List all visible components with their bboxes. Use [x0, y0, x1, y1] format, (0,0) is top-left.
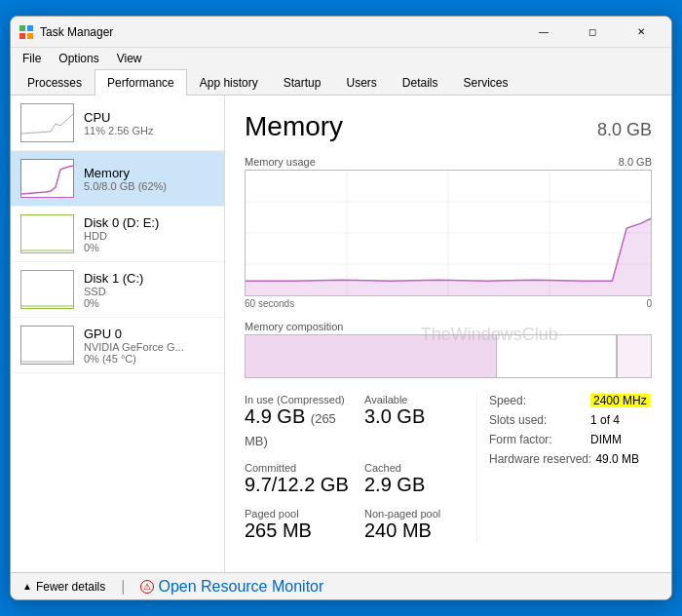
- main-content: CPU 11% 2.56 GHz Memory 5.0/8.0 GB (62%): [11, 96, 671, 572]
- svg-rect-1: [27, 25, 33, 31]
- nonpaged-label: Non-paged pool: [364, 508, 476, 520]
- gpu-name: GPU 0: [84, 327, 214, 341]
- menu-options[interactable]: Options: [51, 50, 106, 67]
- form-label: Form factor:: [489, 433, 587, 446]
- window-controls: — ◻ ✕: [521, 17, 663, 48]
- tab-app-history[interactable]: App history: [187, 69, 271, 96]
- time-end: 0: [646, 298, 652, 309]
- chart-label-row: Memory usage 8.0 GB: [245, 156, 652, 168]
- disk0-thumbnail: [20, 214, 74, 253]
- footer-separator: |: [121, 578, 125, 596]
- tab-services[interactable]: Services: [451, 69, 521, 96]
- speed-row: Speed: 2400 MHz: [489, 394, 652, 407]
- chevron-up-icon: ▲: [22, 581, 32, 592]
- stat-in-use: In use (Compressed) 4.9 GB (265 MB): [245, 394, 357, 450]
- left-stats: In use (Compressed) 4.9 GB (265 MB) Avai…: [245, 394, 476, 542]
- disk0-usage: 0%: [84, 242, 214, 253]
- fewer-details-label: Fewer details: [36, 580, 105, 594]
- nonpaged-value: 240 MB: [364, 520, 476, 542]
- stat-committed: Committed 9.7/12.2 GB: [245, 462, 357, 496]
- tab-users[interactable]: Users: [333, 69, 389, 96]
- comp-hw-reserved: [617, 335, 651, 377]
- composition-label: Memory composition: [245, 321, 652, 332]
- detail-header: Memory 8.0 GB: [245, 111, 652, 142]
- detail-size: 8.0 GB: [597, 120, 652, 140]
- sidebar-item-gpu[interactable]: GPU 0 NVIDIA GeForce G... 0% (45 °C): [11, 318, 224, 373]
- footer: ▲ Fewer details | ⚠ Open Resource Monito…: [11, 572, 671, 599]
- in-use-label: In use (Compressed): [245, 394, 357, 405]
- title-bar: Task Manager — ◻ ✕: [11, 17, 671, 48]
- detail-title: Memory: [245, 111, 343, 142]
- open-resource-monitor-link[interactable]: ⚠ Open Resource Monitor: [140, 578, 323, 596]
- fewer-details-item[interactable]: ▲ Fewer details: [22, 580, 105, 594]
- minimize-button[interactable]: —: [521, 17, 566, 48]
- menu-view[interactable]: View: [109, 50, 150, 67]
- tab-startup[interactable]: Startup: [271, 69, 334, 96]
- sidebar-item-cpu[interactable]: CPU 11% 2.56 GHz: [11, 96, 224, 151]
- composition-section: Memory composition: [245, 321, 652, 378]
- gpu-thumbnail: [20, 326, 74, 365]
- comp-available: [497, 335, 617, 377]
- gpu-model: NVIDIA GeForce G...: [84, 341, 214, 353]
- open-monitor-label: Open Resource Monitor: [158, 578, 323, 596]
- memory-name: Memory: [84, 166, 214, 180]
- available-value: 3.0 GB: [364, 405, 476, 428]
- chart-label: Memory usage: [245, 156, 316, 168]
- comp-in-use: [246, 335, 497, 377]
- time-start: 60 seconds: [245, 298, 294, 309]
- stat-available: Available 3.0 GB: [364, 394, 476, 450]
- window-title: Task Manager: [40, 25, 521, 39]
- detail-panel: TheWindowsClub Memory 8.0 GB Memory usag…: [225, 96, 671, 572]
- disk0-name: Disk 0 (D: E:): [84, 215, 214, 230]
- gpu-usage: 0% (45 °C): [84, 353, 214, 365]
- chart-container: [245, 170, 652, 296]
- memory-info: Memory 5.0/8.0 GB (62%): [84, 166, 214, 192]
- form-row: Form factor: DIMM: [489, 433, 652, 446]
- slots-label: Slots used:: [489, 413, 587, 427]
- disk1-info: Disk 1 (C:) SSD 0%: [84, 271, 214, 309]
- tab-performance[interactable]: Performance: [95, 69, 187, 96]
- right-stats: Speed: 2400 MHz Slots used: 1 of 4 Form …: [476, 394, 652, 542]
- stats-area: In use (Compressed) 4.9 GB (265 MB) Avai…: [245, 394, 652, 542]
- composition-bar: [245, 334, 652, 378]
- tab-bar: Processes Performance App history Startu…: [11, 69, 671, 96]
- stat-nonpaged: Non-paged pool 240 MB: [364, 508, 476, 542]
- chart-max: 8.0 GB: [619, 156, 652, 168]
- close-button[interactable]: ✕: [619, 17, 663, 48]
- speed-value: 2400 MHz: [590, 394, 650, 407]
- gpu-info: GPU 0 NVIDIA GeForce G... 0% (45 °C): [84, 327, 214, 365]
- hw-value: 49.0 MB: [595, 452, 639, 466]
- sidebar-item-disk0[interactable]: Disk 0 (D: E:) HDD 0%: [11, 207, 224, 262]
- disk0-type: HDD: [84, 230, 214, 242]
- resource-monitor-icon: ⚠: [140, 580, 154, 594]
- memory-detail: 5.0/8.0 GB (62%): [84, 180, 214, 192]
- hw-row: Hardware reserved: 49.0 MB: [489, 452, 652, 466]
- app-icon: [19, 24, 34, 40]
- sidebar: CPU 11% 2.56 GHz Memory 5.0/8.0 GB (62%): [11, 96, 225, 572]
- disk1-type: SSD: [84, 286, 214, 297]
- hw-label: Hardware reserved:: [489, 452, 591, 466]
- sidebar-item-disk1[interactable]: Disk 1 (C:) SSD 0%: [11, 262, 224, 318]
- committed-value: 9.7/12.2 GB: [245, 474, 357, 496]
- cpu-detail: 11% 2.56 GHz: [84, 125, 214, 136]
- tab-details[interactable]: Details: [390, 69, 451, 96]
- menu-file[interactable]: File: [15, 50, 49, 67]
- slots-row: Slots used: 1 of 4: [489, 413, 652, 427]
- tab-processes[interactable]: Processes: [15, 69, 95, 96]
- memory-thumbnail: [20, 159, 74, 198]
- chart-time-labels: 60 seconds 0: [245, 298, 652, 309]
- sidebar-item-memory[interactable]: Memory 5.0/8.0 GB (62%): [11, 151, 224, 207]
- stat-cached: Cached 2.9 GB: [364, 462, 476, 496]
- available-label: Available: [364, 394, 476, 405]
- cached-value: 2.9 GB: [364, 474, 476, 496]
- cpu-info: CPU 11% 2.56 GHz: [84, 110, 214, 136]
- disk1-name: Disk 1 (C:): [84, 271, 214, 286]
- disk1-thumbnail: [20, 270, 74, 309]
- in-use-value: 4.9 GB (265 MB): [245, 405, 357, 450]
- task-manager-window: Task Manager — ◻ ✕ File Options View Pro…: [10, 16, 672, 600]
- menu-bar: File Options View: [11, 48, 671, 69]
- svg-rect-2: [19, 33, 25, 39]
- paged-value: 265 MB: [245, 520, 357, 542]
- svg-rect-3: [27, 33, 33, 39]
- maximize-button[interactable]: ◻: [570, 17, 615, 48]
